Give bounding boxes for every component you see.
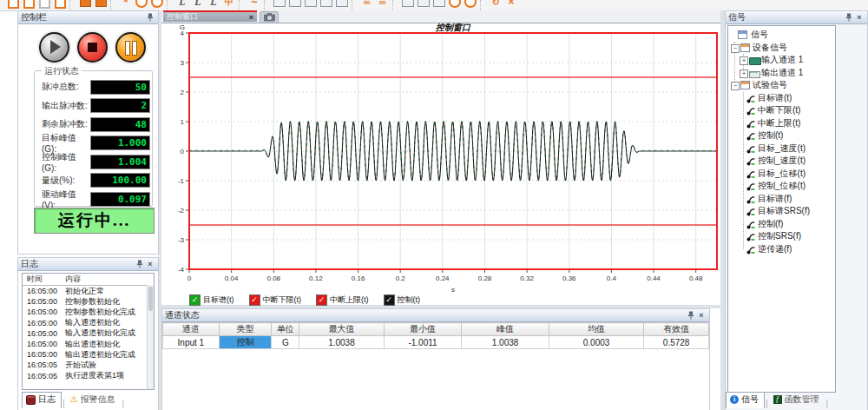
warning-icon: ⚠: [70, 395, 78, 404]
pin-icon[interactable]: [844, 13, 854, 23]
tree-node[interactable]: 中断下限(t): [728, 104, 835, 117]
legend-checkbox[interactable]: ✓: [316, 294, 327, 306]
tree-node[interactable]: 控制_速度(t): [728, 155, 835, 168]
run-status-group-title: 运行状态: [42, 65, 82, 77]
close-tool-icon[interactable]: ×: [503, 0, 519, 10]
chinese-mark-icon[interactable]: 中: [221, 0, 237, 10]
tree-node[interactable]: −试验信号: [728, 79, 835, 92]
channel-cell-0: Input 1: [163, 336, 220, 349]
chart-view-2-icon[interactable]: [334, 0, 350, 10]
log-tab-0[interactable]: 日志: [22, 392, 62, 408]
log-message: 初始化正常: [65, 286, 154, 297]
link-add-icon[interactable]: ∞: [375, 0, 391, 10]
screenshot-tab[interactable]: [260, 11, 279, 23]
expand-icon[interactable]: +: [740, 69, 748, 78]
linear-xy-icon[interactable]: L: [206, 0, 221, 10]
chart-view-1-icon[interactable]: [319, 0, 334, 10]
column-header-2[interactable]: 单位: [272, 323, 299, 336]
log-columns: 时间内容: [23, 274, 154, 286]
stop-button[interactable]: [77, 32, 108, 63]
tree-node[interactable]: 目标_位移(t): [728, 168, 835, 181]
tab-control-window[interactable]: 控制窗口 ×: [163, 10, 257, 22]
channel-table-row[interactable]: Input 1控制G1.0038-1.00111.00380.00030.572…: [163, 336, 709, 349]
pin-icon[interactable]: [145, 13, 155, 23]
column-header-6[interactable]: 均值: [549, 323, 643, 336]
tree-node[interactable]: 控制(t): [728, 129, 835, 142]
grid-view-1-icon[interactable]: [272, 0, 287, 10]
tree-node[interactable]: 目标谱(f): [728, 193, 835, 206]
layout-cascade-icon[interactable]: [431, 0, 447, 10]
legend-item-0[interactable]: ✓目标谱(t): [189, 294, 234, 306]
legend-checkbox[interactable]: ✓: [249, 294, 260, 306]
settings-icon[interactable]: *: [118, 0, 134, 10]
legend-item-1[interactable]: ✓中断下限(t): [249, 294, 302, 306]
refresh-icon[interactable]: ↻: [488, 0, 503, 10]
tree-node[interactable]: 中断上限(t): [728, 117, 835, 130]
column-header-0[interactable]: 通道: [163, 323, 220, 336]
close-icon[interactable]: ×: [249, 13, 253, 22]
collapse-icon[interactable]: −: [731, 44, 740, 53]
tree-node[interactable]: +输入通道 1: [728, 54, 835, 67]
legend-checkbox[interactable]: ✓: [384, 294, 395, 306]
layout-horizontal-icon[interactable]: [400, 0, 416, 10]
open-doc-icon[interactable]: [21, 0, 36, 10]
doc-disabled-icon[interactable]: [36, 0, 52, 10]
pin-icon[interactable]: [686, 311, 696, 321]
svg-text:-2: -2: [178, 207, 185, 215]
start-button[interactable]: [39, 32, 69, 63]
doc-add-icon[interactable]: [52, 0, 68, 10]
tree-node[interactable]: 目标谱SRS(f): [728, 205, 835, 218]
column-header-5[interactable]: 峰值: [462, 323, 549, 336]
channel-panel-title: 通道状态: [165, 309, 200, 321]
control-chart[interactable]: 43210-1-2-3-4G00.040.080.120.160.20.240.…: [161, 23, 720, 294]
toolbar-separator: [110, 0, 116, 10]
tree-node[interactable]: 信号: [728, 29, 835, 42]
column-header-3[interactable]: 最大值: [299, 323, 385, 336]
pause-button[interactable]: [115, 32, 146, 63]
tree-node[interactable]: 控制(f): [728, 218, 835, 231]
legend-checkbox[interactable]: ✓: [189, 294, 201, 306]
tree-guide-line: [743, 92, 744, 249]
signal-tab-1[interactable]: f函数管理: [769, 392, 825, 408]
collapse-icon[interactable]: −: [731, 82, 740, 90]
zoom-in-icon[interactable]: [447, 0, 463, 10]
close-icon[interactable]: ×: [854, 13, 865, 23]
link-channel-icon[interactable]: ∞: [359, 0, 375, 10]
channel-cell-5: 1.0038: [462, 336, 549, 349]
log-row: 16:05:00输出通道初始化: [23, 339, 154, 349]
column-header-4[interactable]: 最小值: [384, 323, 462, 336]
zoom-out-icon[interactable]: [463, 0, 478, 10]
column-header-7[interactable]: 有效值: [644, 323, 709, 336]
signal-icon: [746, 220, 755, 234]
tree-node[interactable]: +输出通道 1: [728, 67, 835, 80]
new-doc-icon[interactable]: [5, 0, 21, 10]
close-icon[interactable]: ×: [696, 311, 707, 321]
linear-y-icon[interactable]: L: [190, 0, 206, 10]
legend-item-3[interactable]: ✓控制(t): [384, 294, 421, 306]
print-icon[interactable]: [93, 0, 108, 10]
tree-node[interactable]: 目标谱(t): [728, 92, 835, 105]
tree-node[interactable]: 控制_位移(t): [728, 180, 835, 193]
wave-tool-icon[interactable]: ~: [247, 0, 262, 10]
tree-node[interactable]: −设备信号: [728, 42, 835, 55]
legend-item-2[interactable]: ✓中断上限(t): [316, 294, 369, 306]
log-tab-1[interactable]: ⚠报警信息: [66, 392, 122, 408]
tree-node[interactable]: 逆传递(f): [728, 243, 835, 256]
close-icon[interactable]: ×: [145, 260, 155, 269]
expand-icon[interactable]: +: [740, 56, 748, 65]
linear-x-icon[interactable]: L: [174, 0, 190, 10]
pie-chart-icon[interactable]: [134, 0, 149, 10]
save-icon[interactable]: [77, 0, 93, 10]
grid-view-2-icon[interactable]: [287, 0, 303, 10]
signal-tree-container: 信号−设备信号+输入通道 1+输出通道 1−试验信号目标谱(t)中断下限(t)中…: [727, 25, 836, 393]
column-header-1[interactable]: 类型: [219, 323, 272, 336]
signal-tab-0[interactable]: i信号: [726, 392, 765, 408]
log-message: 输出通道初始化完成: [65, 349, 154, 360]
tree-node[interactable]: 控制SRS(f): [728, 230, 835, 243]
tree-node[interactable]: 目标_速度(t): [728, 142, 835, 155]
clock-icon[interactable]: [149, 0, 165, 10]
log-scrollbar[interactable]: [147, 285, 154, 389]
grid-view-3-icon[interactable]: [303, 0, 319, 10]
layout-vertical-icon[interactable]: [416, 0, 431, 10]
pin-icon[interactable]: [135, 260, 145, 269]
